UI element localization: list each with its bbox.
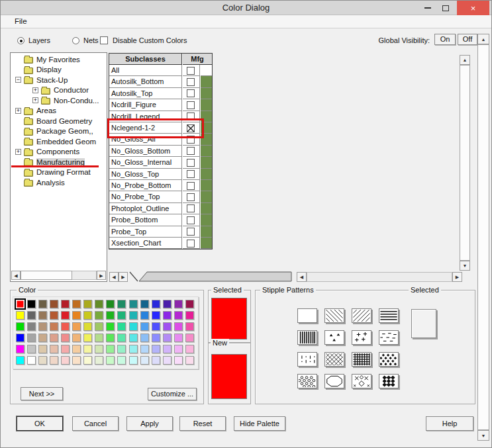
subclass-checkbox[interactable] [187, 124, 195, 132]
tree-item-non-condu-[interactable]: +Non-Condu... [11, 95, 107, 106]
subclass-checkbox[interactable] [187, 78, 195, 86]
tree-item-stack-up[interactable]: −Stack-Up [11, 75, 107, 85]
color-swatch[interactable] [61, 345, 70, 353]
menu-file[interactable]: File [10, 17, 32, 26]
color-swatch[interactable] [129, 311, 138, 320]
color-swatch[interactable] [129, 300, 138, 308]
color-swatch[interactable] [27, 334, 36, 342]
mfg-header[interactable]: Mfg [183, 54, 212, 65]
table-hscroll-track[interactable] [307, 272, 452, 282]
sheet-tab[interactable] [128, 271, 293, 283]
color-swatch[interactable] [152, 356, 160, 365]
color-swatch[interactable] [27, 356, 36, 365]
color-swatch[interactable] [163, 300, 172, 308]
subclass-color-swatch[interactable] [201, 122, 212, 134]
stipple-pattern-octagon[interactable] [324, 374, 344, 388]
color-swatch[interactable] [152, 334, 160, 342]
color-swatch[interactable] [163, 322, 172, 331]
color-swatch[interactable] [72, 311, 81, 320]
color-swatch[interactable] [117, 345, 126, 353]
nets-radio[interactable] [72, 37, 79, 44]
subclass-row-label[interactable]: Xsection_Chart [109, 238, 182, 249]
minimize-button[interactable] [420, 3, 435, 13]
color-swatch[interactable] [163, 311, 172, 320]
plus-expander-icon[interactable]: + [15, 149, 21, 155]
subclass-checkbox[interactable] [187, 204, 195, 212]
tree-item-analysis[interactable]: Analysis [11, 177, 107, 188]
color-swatch[interactable] [83, 322, 92, 331]
color-swatch[interactable] [129, 322, 138, 331]
tree-item-package-geom-[interactable]: Package Geom,, [11, 126, 107, 137]
subclass-checkbox[interactable] [187, 159, 195, 167]
cancel-button[interactable]: Cancel [72, 416, 119, 431]
stipple-pattern-triangles[interactable] [324, 330, 344, 345]
color-swatch[interactable] [27, 300, 36, 308]
dialog-vscroll-thumb[interactable] [477, 44, 489, 430]
stipple-pattern-solid[interactable] [297, 308, 317, 323]
color-swatch[interactable] [117, 334, 126, 342]
subclass-checkbox[interactable] [187, 193, 195, 201]
table-vscroll-up-button[interactable]: ▲ [460, 55, 470, 65]
ok-button[interactable]: OK [17, 416, 63, 431]
stipple-pattern-plus-signs[interactable] [352, 330, 371, 345]
color-swatch[interactable] [61, 322, 70, 331]
color-swatch[interactable] [152, 345, 160, 353]
subclass-checkbox[interactable] [187, 147, 195, 155]
color-swatch[interactable] [38, 311, 47, 320]
color-swatch[interactable] [16, 311, 25, 320]
table-hscroll-right-button[interactable]: ▶ [452, 272, 462, 282]
subclass-checkbox[interactable] [187, 67, 195, 75]
color-swatch[interactable] [185, 300, 194, 308]
subclass-color-swatch[interactable] [201, 157, 212, 168]
tree-hscroll-right-button[interactable]: ▶ [97, 271, 106, 280]
maximize-button[interactable] [438, 3, 453, 13]
stipple-pattern-hlines[interactable] [379, 308, 399, 323]
stipple-pattern-bold-diamonds[interactable] [379, 374, 399, 388]
color-swatch[interactable] [95, 356, 103, 365]
color-swatch[interactable] [95, 311, 103, 320]
global-on-button[interactable]: On [434, 34, 456, 45]
stipple-pattern-vlines[interactable] [297, 330, 317, 345]
color-swatch[interactable] [27, 322, 36, 331]
stipple-pattern-circles[interactable] [297, 374, 317, 388]
stipple-pattern-diag-fwd[interactable] [352, 308, 371, 323]
table-vscroll-down-button[interactable]: ▼ [460, 261, 470, 271]
subclass-row-label[interactable]: No_Probe_Top [109, 191, 182, 202]
color-swatch[interactable] [174, 322, 183, 331]
color-swatch[interactable] [140, 345, 149, 353]
tree-item-display[interactable]: Display [11, 65, 107, 75]
subclass-checkbox[interactable] [187, 216, 195, 224]
subclass-row-label[interactable]: No_Gloss_All [109, 134, 182, 145]
subclass-color-swatch[interactable] [201, 169, 212, 180]
dialog-vscroll-up-button[interactable]: ▲ [477, 34, 489, 44]
subclass-color-swatch[interactable] [201, 191, 212, 202]
color-swatch[interactable] [38, 356, 47, 365]
color-swatch[interactable] [61, 300, 70, 308]
subclass-checkbox[interactable] [187, 240, 195, 247]
subclass-row-label[interactable]: Autosilk_Bottom [109, 76, 182, 87]
subclasses-header[interactable]: Subclasses [109, 54, 182, 65]
color-swatch[interactable] [106, 356, 115, 365]
plus-expander-icon[interactable]: + [32, 87, 38, 93]
color-swatch[interactable] [16, 356, 25, 365]
color-swatch[interactable] [185, 322, 194, 331]
color-swatch[interactable] [163, 356, 172, 365]
color-swatch[interactable] [83, 356, 92, 365]
color-swatch[interactable] [38, 345, 47, 353]
subclass-checkbox[interactable] [187, 101, 195, 109]
customize-button[interactable]: Customize ... [148, 388, 197, 400]
color-swatch[interactable] [140, 300, 149, 308]
apply-button[interactable]: Apply [126, 416, 173, 431]
color-swatch[interactable] [72, 334, 81, 342]
color-swatch[interactable] [185, 334, 194, 342]
color-swatch[interactable] [174, 356, 183, 365]
tree-hscroll-left-button[interactable]: ◀ [11, 271, 21, 280]
color-swatch[interactable] [27, 345, 36, 353]
color-swatch[interactable] [50, 311, 58, 320]
color-swatch[interactable] [95, 322, 103, 331]
table-vscroll-thumb[interactable] [460, 65, 470, 261]
subclass-color-swatch[interactable] [201, 111, 212, 122]
color-swatch[interactable] [61, 334, 70, 342]
color-swatch[interactable] [106, 322, 115, 331]
hide-palette-button[interactable]: Hide Palette [234, 416, 285, 431]
